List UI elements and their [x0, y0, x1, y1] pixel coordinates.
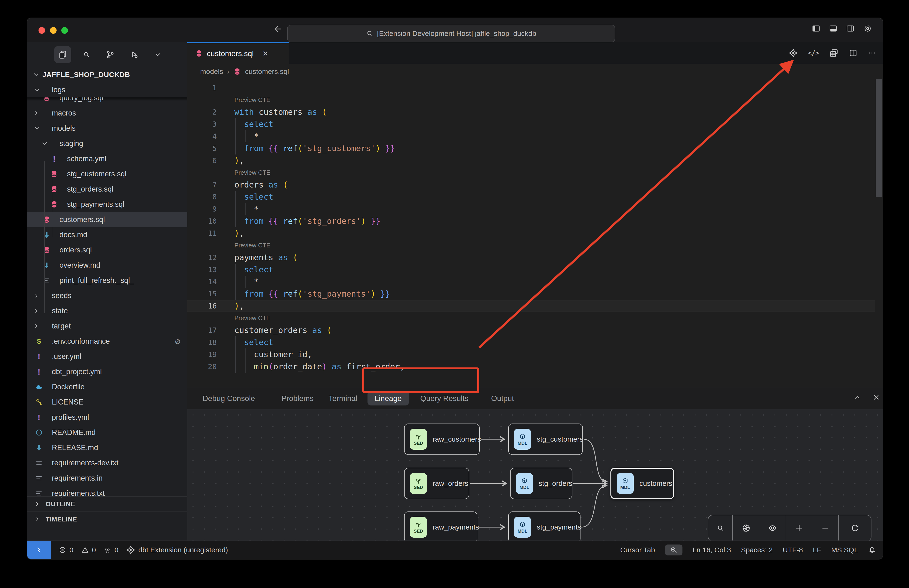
file-readme-md[interactable]: README.md [27, 425, 187, 440]
close-tab-icon[interactable]: ✕ [262, 49, 268, 58]
tab-customers-sql[interactable]: customers.sql ✕ [187, 42, 289, 64]
file--env-conformance[interactable]: $.env.conformance⊘ [27, 334, 187, 349]
folder-state[interactable]: state [27, 303, 187, 318]
zoom-in-icon[interactable] [794, 523, 804, 533]
lineage-node-stg_customers[interactable]: MDLstg_customers [508, 423, 583, 455]
search-icon[interactable] [717, 524, 724, 532]
activity-more[interactable] [149, 46, 166, 63]
lineage-node-customers[interactable]: MDLcustomers [610, 468, 674, 499]
file-requirements-dev-txt[interactable]: requirements-dev.txt [27, 456, 187, 470]
activity-run-debug[interactable] [126, 46, 143, 63]
remote-icon [35, 546, 43, 554]
lineage-node-stg_orders[interactable]: MDLstg_orders [510, 468, 572, 499]
layout-panel-icon[interactable] [829, 24, 838, 33]
gear-icon[interactable] [863, 24, 872, 33]
eol[interactable]: LF [813, 546, 821, 554]
file-print-full-refresh-sql-[interactable]: print_full_refresh._sql_ [27, 273, 187, 288]
activity-source-control[interactable] [102, 46, 119, 63]
ports[interactable]: 0 [103, 546, 118, 554]
file-profiles-yml[interactable]: !profiles.yml [27, 410, 187, 425]
folder-seeds[interactable]: seeds [27, 288, 187, 303]
line-number: 20 [187, 360, 217, 373]
folder-target[interactable]: target [27, 318, 187, 334]
file-docs-md[interactable]: docs.md [27, 227, 187, 242]
codelens-preview-cte[interactable]: Preview CTE [187, 312, 875, 324]
panel-tab-query-results[interactable]: Query Results [420, 388, 468, 409]
refresh-icon[interactable] [850, 523, 860, 533]
file-release-md[interactable]: RELEASE.md [27, 440, 187, 456]
notifications[interactable] [868, 546, 876, 554]
file-dockerfile[interactable]: Dockerfile [27, 379, 187, 394]
lineage-graph[interactable]: SEDraw_customersMDLstg_customersSEDraw_o… [187, 409, 883, 541]
zoom-out-icon[interactable] [820, 523, 830, 533]
dbt-icon[interactable] [788, 48, 798, 58]
command-center-search[interactable]: [Extension Development Host] jaffle_shop… [287, 25, 615, 42]
lineage-node-stg_payments[interactable]: MDLstg_payments [508, 512, 581, 543]
back-icon[interactable] [273, 24, 286, 37]
query-results-icon[interactable] [829, 48, 839, 58]
code-editor[interactable]: 1Preview CTE2with customers as (3 select… [187, 79, 875, 388]
folder-staging[interactable]: staging [27, 136, 187, 151]
aperture-icon[interactable] [741, 523, 751, 533]
codelens-preview-cte[interactable]: Preview CTE [187, 166, 875, 179]
panel-tab-lineage[interactable]: Lineage [368, 391, 409, 405]
lineage-node-raw_customers[interactable]: SEDraw_customers [404, 423, 480, 455]
layout-sidebar-left-icon[interactable] [812, 24, 820, 33]
more-actions-icon[interactable] [868, 49, 876, 57]
file-stg-customers-sql[interactable]: stg_customers.sql [27, 166, 187, 182]
ports-label: 0 [114, 546, 118, 554]
language-mode[interactable]: MS SQL [831, 546, 858, 554]
breadcrumb-folder[interactable]: models [200, 68, 223, 76]
split-editor-icon[interactable] [849, 48, 858, 58]
panel-tab-problems[interactable]: Problems [281, 388, 313, 409]
layout-sidebar-right-icon[interactable] [846, 24, 855, 33]
timeline-section[interactable]: TIMELINE [27, 512, 187, 527]
file-orders-sql[interactable]: orders.sql [27, 242, 187, 258]
lineage-node-raw_orders[interactable]: SEDraw_orders [404, 468, 469, 499]
file-license[interactable]: LICENSE [27, 394, 187, 410]
file-schema-yml[interactable]: !schema.yml [27, 151, 187, 166]
tree-item-label: .env.conformance [52, 337, 110, 346]
cursor-position[interactable]: Ln 16, Col 3 [693, 546, 731, 554]
encoding[interactable]: UTF-8 [783, 546, 803, 554]
file-customers-sql[interactable]: customers.sql [27, 212, 187, 227]
folder-models[interactable]: models [27, 121, 187, 136]
activity-search[interactable] [78, 46, 95, 63]
activity-explorer[interactable] [54, 46, 71, 63]
traffic-light-close[interactable] [39, 27, 45, 34]
file-requirements-in[interactable]: requirements.in [27, 470, 187, 486]
file-stg-payments-sql[interactable]: stg_payments.sql [27, 197, 187, 212]
lineage-node-raw_payments[interactable]: SEDraw_payments [404, 512, 477, 543]
folder-macros[interactable]: macros [27, 105, 187, 121]
file-overview-md[interactable]: overview.md [27, 258, 187, 273]
breadcrumb-file[interactable]: customers.sql [245, 68, 289, 76]
panel-tab-output[interactable]: Output [491, 388, 514, 409]
cursor-tab[interactable]: Cursor Tab [620, 546, 655, 554]
dbt-extension-status[interactable]: dbt Extension (unregistered) [126, 545, 228, 555]
maximize-panel-icon[interactable] [853, 393, 861, 402]
eye-icon[interactable] [768, 523, 777, 533]
project-root-row[interactable]: JAFFLE_SHOP_DUCKDB [27, 67, 187, 82]
breadcrumb[interactable]: models › customers.sql [187, 64, 883, 79]
file-stg-orders-sql[interactable]: stg_orders.sql [27, 182, 187, 197]
traffic-light-zoom[interactable] [61, 27, 68, 34]
line-number: 7 [187, 179, 217, 191]
folder-logs[interactable]: logs [27, 82, 187, 97]
remote-indicator[interactable] [27, 541, 51, 559]
compiled-code-icon[interactable]: </> [808, 49, 819, 57]
codelens-preview-cte[interactable]: Preview CTE [187, 239, 875, 252]
close-panel-icon[interactable] [872, 393, 880, 402]
outline-section[interactable]: OUTLINE [27, 496, 187, 512]
screencast-zoom[interactable] [665, 544, 683, 556]
errors[interactable]: 0 [58, 546, 73, 554]
editor-scrollbar[interactable] [876, 79, 882, 197]
file-dbt-project-yml[interactable]: !dbt_project.yml [27, 364, 187, 379]
panel-tab-terminal[interactable]: Terminal [328, 388, 357, 409]
warnings[interactable]: 0 [81, 546, 96, 554]
file-query-log-sql[interactable]: query_log.sql [27, 97, 103, 105]
codelens-preview-cte[interactable]: Preview CTE [187, 94, 875, 106]
indentation[interactable]: Spaces: 2 [741, 546, 773, 554]
panel-tab-debug-console[interactable]: Debug Console [202, 388, 255, 409]
traffic-light-minimize[interactable] [50, 27, 57, 34]
file--user-yml[interactable]: !.user.yml [27, 349, 187, 364]
